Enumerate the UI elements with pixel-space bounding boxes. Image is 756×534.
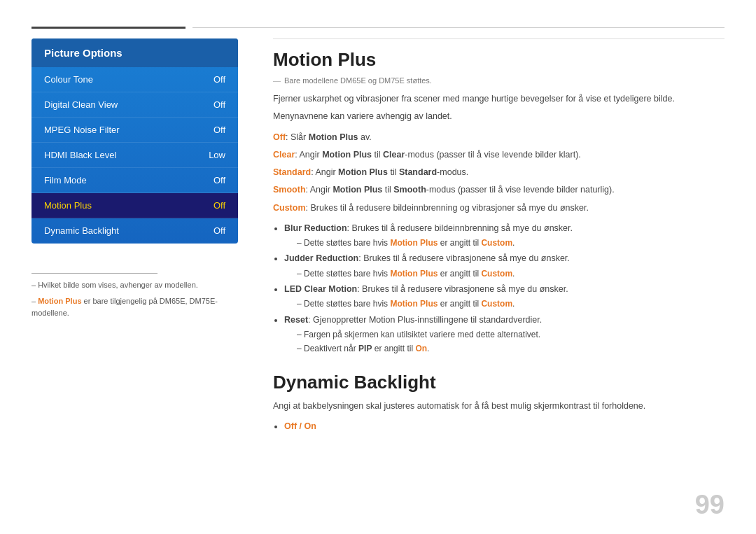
note-divider [31, 273, 158, 274]
motion-plus-menu-note: Menynavnene kan variere avhengig av land… [273, 109, 724, 124]
sidebar: Picture Options Colour ToneOffDigital Cl… [31, 38, 238, 244]
motion-plus-desc: Fjerner uskarphet og vibrasjoner fra sce… [273, 92, 724, 106]
motion-plus-options: Off: Slår Motion Plus av.Clear: Angir Mo… [273, 130, 724, 216]
dynamic-backlight-section: Dynamic Backlight Angi at bakbelysningen… [273, 372, 724, 435]
sub-bullet-item: Dette støttes bare hvis Motion Plus er a… [297, 267, 724, 281]
option-off: Off: Slår Motion Plus av. [273, 130, 724, 145]
sidebar-item-label: Colour Tone [44, 74, 93, 85]
sidebar-item-label: MPEG Noise Filter [44, 125, 120, 135]
top-bar-dark [31, 27, 186, 29]
sidebar-item-label: HDMI Black Level [44, 150, 116, 160]
bullet-item: Blur Reduction: Brukes til å redusere bi… [284, 221, 724, 251]
sub-bullet-item: Fargen på skjermen kan utilsiktet varier… [297, 328, 724, 342]
sidebar-item-motion-plus[interactable]: Motion PlusOff [31, 193, 238, 218]
sub-bullet-list: Dette støttes bare hvis Motion Plus er a… [297, 236, 724, 250]
sub-bullet-item: Deaktivert når PIP er angitt til On. [297, 342, 724, 356]
sidebar-notes: – Hvilket bilde som vises, avhenger av m… [31, 273, 238, 323]
sidebar-item-hdmi-black-level[interactable]: HDMI Black LevelLow [31, 143, 238, 168]
sidebar-item-value: Off [214, 225, 225, 236]
page-number: 99 [695, 490, 724, 520]
note-motion-plus: – Motion Plus er bare tilgjengelig på DM… [31, 295, 238, 320]
sidebar-item-label: Motion Plus [44, 200, 92, 211]
bullet-item: LED Clear Motion: Brukes til å redusere … [284, 282, 724, 311]
sidebar-item-value: Off [214, 200, 225, 211]
top-bar [0, 27, 756, 28]
option-custom: Custom: Brukes til å redusere bildeinnbr… [273, 201, 724, 216]
motion-plus-note: Bare modellene DM65E og DM75E støttes. [273, 76, 724, 85]
motion-plus-bullets: Blur Reduction: Brukes til å redusere bi… [284, 221, 724, 356]
sidebar-item-colour-tone[interactable]: Colour ToneOff [31, 67, 238, 92]
note-model: – Hvilket bilde som vises, avhenger av m… [31, 279, 238, 292]
sidebar-item-label: Digital Clean View [44, 99, 118, 110]
top-bar-light [192, 27, 724, 28]
sub-bullet-item: Dette støttes bare hvis Motion Plus er a… [297, 236, 724, 250]
sidebar-item-film-mode[interactable]: Film ModeOff [31, 168, 238, 193]
dynamic-backlight-desc: Angi at bakbelysningen skal justeres aut… [273, 399, 724, 414]
sidebar-item-value: Off [214, 99, 225, 110]
sidebar-item-mpeg-noise-filter[interactable]: MPEG Noise FilterOff [31, 118, 238, 143]
dynamic-backlight-options-list: Off / On [284, 419, 724, 434]
dynamic-backlight-options-item: Off / On [284, 419, 724, 434]
motion-plus-title: Motion Plus [273, 49, 724, 71]
dynamic-backlight-options: Off / On [284, 421, 316, 431]
option-standard: Standard: Angir Motion Plus til Standard… [273, 165, 724, 180]
option-smooth: Smooth: Angir Motion Plus til Smooth-mod… [273, 183, 724, 197]
sidebar-title: Picture Options [31, 38, 238, 67]
sidebar-item-label: Dynamic Backlight [44, 225, 119, 236]
sidebar-item-digital-clean-view[interactable]: Digital Clean ViewOff [31, 92, 238, 118]
motion-plus-section: Motion Plus Bare modellene DM65E og DM75… [273, 49, 724, 356]
bullet-item: Reset: Gjenoppretter Motion Plus-innstil… [284, 313, 724, 356]
sub-bullet-list: Dette støttes bare hvis Motion Plus er a… [297, 297, 724, 311]
motion-plus-body: Fjerner uskarphet og vibrasjoner fra sce… [273, 92, 724, 125]
sidebar-item-value: Off [214, 125, 225, 135]
sidebar-item-label: Film Mode [44, 175, 87, 185]
main-content: Motion Plus Bare modellene DM65E og DM75… [273, 38, 724, 506]
sub-bullet-item: Dette støttes bare hvis Motion Plus er a… [297, 297, 724, 311]
sub-bullet-list: Dette støttes bare hvis Motion Plus er a… [297, 267, 724, 281]
sidebar-item-dynamic-backlight[interactable]: Dynamic BacklightOff [31, 218, 238, 244]
dynamic-backlight-title: Dynamic Backlight [273, 372, 724, 393]
sidebar-item-value: Low [209, 150, 225, 160]
sub-bullet-list: Fargen på skjermen kan utilsiktet varier… [297, 328, 724, 356]
main-divider [273, 38, 724, 39]
sidebar-item-value: Off [214, 74, 225, 85]
sidebar-item-value: Off [214, 175, 225, 185]
option-clear: Clear: Angir Motion Plus til Clear-modus… [273, 148, 724, 162]
dynamic-backlight-body: Angi at bakbelysningen skal justeres aut… [273, 399, 724, 414]
bullet-item: Judder Reduction: Brukes til å redusere … [284, 251, 724, 281]
